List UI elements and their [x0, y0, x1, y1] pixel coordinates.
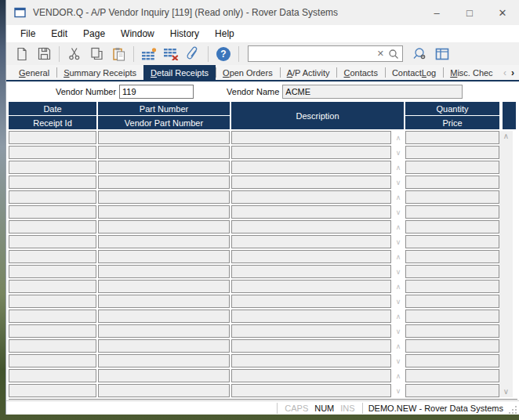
new-icon[interactable] [13, 45, 31, 63]
spinner-up-icon[interactable]: ∧ [393, 131, 404, 144]
scroll-down-icon[interactable]: ∨ [503, 388, 509, 396]
tab-scroll-right-icon[interactable]: › [511, 67, 514, 78]
menu-page[interactable]: Page [75, 27, 113, 41]
cell-receipt-id[interactable] [9, 235, 96, 248]
cell-part-number[interactable] [98, 220, 230, 234]
spinner-down-icon[interactable]: ∨ [393, 146, 404, 159]
grid-view-icon[interactable] [433, 45, 452, 63]
cell-date[interactable] [9, 220, 96, 234]
cell-description[interactable] [231, 384, 391, 397]
search-input[interactable] [249, 47, 374, 60]
cell-date[interactable] [9, 161, 96, 174]
cell-description[interactable] [231, 295, 391, 308]
spinner-down-icon[interactable]: ∨ [393, 354, 404, 368]
cell-receipt-id[interactable] [9, 324, 96, 338]
cell-description[interactable] [231, 310, 391, 323]
cell-description[interactable] [231, 265, 391, 278]
cell-price[interactable] [405, 354, 499, 368]
spinner-up-icon[interactable]: ∧ [393, 280, 404, 293]
tab-scroll-left-icon[interactable]: ‹ [503, 67, 506, 78]
cell-date[interactable] [9, 131, 96, 144]
copy-icon[interactable] [87, 45, 106, 63]
spinner-down-icon[interactable]: ∨ [393, 176, 404, 189]
cell-quantity[interactable] [405, 369, 499, 382]
cell-date[interactable] [9, 339, 96, 353]
cell-price[interactable] [405, 324, 499, 338]
menu-history[interactable]: History [162, 27, 207, 41]
tab-contacts[interactable]: Contacts [336, 65, 384, 80]
menu-edit[interactable]: Edit [43, 27, 75, 41]
cell-description[interactable] [231, 324, 391, 338]
menu-help[interactable]: Help [207, 27, 242, 41]
save-icon[interactable] [34, 45, 53, 63]
cell-receipt-id[interactable] [9, 205, 96, 219]
cell-description[interactable] [231, 161, 391, 174]
cell-part-number[interactable] [98, 190, 230, 204]
cell-description[interactable] [231, 354, 391, 368]
cell-price[interactable] [405, 384, 499, 397]
cell-description[interactable] [231, 146, 391, 159]
insert-row-icon[interactable] [140, 45, 158, 63]
search-icon[interactable] [387, 48, 400, 60]
cell-vendor-part-number[interactable] [98, 384, 230, 397]
close-button[interactable]: ✕ [486, 0, 519, 25]
tab-a-p-activity[interactable]: A/P Activity [280, 65, 337, 80]
cell-part-number[interactable] [98, 250, 230, 263]
cell-description[interactable] [231, 131, 391, 144]
cell-price[interactable] [405, 205, 499, 219]
cell-receipt-id[interactable] [9, 176, 96, 189]
spinner-up-icon[interactable]: ∧ [393, 310, 404, 323]
spinner-up-icon[interactable]: ∧ [393, 161, 404, 174]
spinner-up-icon[interactable]: ∧ [393, 250, 404, 263]
spinner-down-icon[interactable]: ∨ [393, 265, 404, 278]
spinner-down-icon[interactable]: ∨ [393, 324, 404, 338]
cell-part-number[interactable] [98, 369, 230, 382]
vendor-number-field[interactable] [119, 85, 194, 99]
cell-description[interactable] [231, 220, 391, 234]
cell-part-number[interactable] [98, 161, 230, 174]
attachment-icon[interactable] [183, 45, 202, 63]
cell-vendor-part-number[interactable] [98, 295, 230, 308]
cell-price[interactable] [405, 176, 499, 189]
tab-open-orders[interactable]: Open Orders [216, 65, 280, 80]
cell-receipt-id[interactable] [9, 295, 96, 308]
cell-vendor-part-number[interactable] [98, 265, 230, 278]
maximize-button[interactable]: □ [453, 0, 486, 25]
cell-part-number[interactable] [98, 310, 230, 323]
spinner-up-icon[interactable]: ∧ [393, 190, 404, 204]
cell-quantity[interactable] [405, 220, 499, 234]
cell-price[interactable] [405, 146, 499, 159]
paste-icon[interactable] [109, 45, 128, 63]
menu-file[interactable]: File [13, 27, 43, 41]
tab-general[interactable]: General [12, 65, 56, 80]
cell-date[interactable] [9, 190, 96, 204]
cell-quantity[interactable] [405, 280, 499, 293]
cell-date[interactable] [9, 280, 96, 293]
cell-description[interactable] [231, 369, 391, 382]
cell-vendor-part-number[interactable] [98, 146, 230, 159]
cell-description[interactable] [231, 280, 391, 293]
vertical-scrollbar[interactable]: ∧ ∨ [499, 131, 513, 397]
spinner-down-icon[interactable]: ∨ [393, 295, 404, 308]
cell-part-number[interactable] [98, 280, 230, 293]
clear-search-icon[interactable]: ✕ [374, 49, 387, 59]
title-bar[interactable]: VENDOR.Q - A/P Vendor Inquiry [119] (Rea… [6, 0, 519, 25]
spinner-down-icon[interactable]: ∨ [393, 235, 404, 248]
spinner-up-icon[interactable]: ∧ [393, 369, 404, 382]
cell-description[interactable] [231, 190, 391, 204]
tab-detail-receipts[interactable]: Detail Receipts [143, 65, 216, 80]
cell-quantity[interactable] [405, 250, 499, 263]
cell-price[interactable] [405, 295, 499, 308]
cut-icon[interactable] [65, 45, 84, 63]
cell-quantity[interactable] [405, 190, 499, 204]
cell-date[interactable] [9, 369, 96, 382]
cell-date[interactable] [9, 250, 96, 263]
cell-vendor-part-number[interactable] [98, 235, 230, 248]
cell-description[interactable] [231, 250, 391, 263]
minimize-button[interactable]: – [420, 0, 453, 25]
cell-price[interactable] [405, 235, 499, 248]
cell-description[interactable] [231, 235, 391, 248]
cell-receipt-id[interactable] [9, 265, 96, 278]
cell-description[interactable] [231, 205, 391, 219]
cell-receipt-id[interactable] [9, 146, 96, 159]
